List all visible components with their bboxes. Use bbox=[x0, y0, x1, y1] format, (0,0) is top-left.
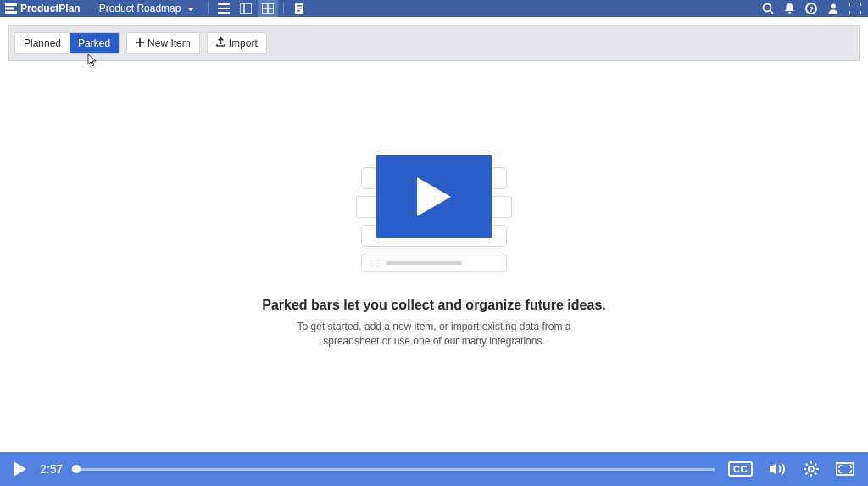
svg-rect-14 bbox=[297, 10, 300, 12]
plan-tabs: Planned Parked bbox=[14, 32, 120, 54]
import-button[interactable]: Import bbox=[207, 32, 267, 54]
svg-rect-2 bbox=[5, 11, 17, 14]
illustration-card: ⋮⋮ bbox=[361, 254, 507, 272]
board-view-button[interactable] bbox=[236, 0, 256, 17]
svg-rect-13 bbox=[297, 8, 302, 9]
header-actions: ? bbox=[762, 3, 863, 14]
fullscreen-button[interactable] bbox=[849, 3, 861, 14]
video-play-overlay[interactable] bbox=[376, 155, 492, 238]
bell-icon bbox=[784, 3, 795, 14]
svg-rect-0 bbox=[5, 3, 17, 6]
empty-state-title: Parked bars let you collect and organize… bbox=[262, 298, 605, 313]
volume-button[interactable] bbox=[770, 462, 787, 476]
svg-rect-3 bbox=[218, 3, 230, 5]
divider bbox=[208, 3, 209, 14]
project-name: Product Roadmap bbox=[99, 3, 181, 14]
svg-point-19 bbox=[831, 4, 836, 9]
table-icon bbox=[262, 3, 274, 14]
video-player-bar: 2:57 CC bbox=[0, 452, 868, 486]
video-controls-right: CC bbox=[728, 461, 854, 477]
fullscreen-icon bbox=[836, 462, 854, 476]
cc-icon: CC bbox=[728, 461, 753, 477]
plus-icon bbox=[136, 37, 144, 49]
table-view-button[interactable] bbox=[258, 0, 278, 17]
svg-rect-4 bbox=[218, 8, 230, 9]
drag-handle-icon: ⋮⋮ bbox=[367, 259, 381, 268]
search-icon bbox=[762, 3, 774, 14]
view-switcher bbox=[214, 0, 278, 17]
tab-parked[interactable]: Parked bbox=[70, 33, 119, 53]
empty-state-subtitle: To get started, add a new item, or impor… bbox=[281, 320, 587, 349]
main-content: ⋮⋮ Parked bars let you collect and organ… bbox=[0, 64, 868, 452]
document-button[interactable] bbox=[289, 0, 309, 17]
svg-text:?: ? bbox=[809, 5, 814, 14]
new-item-label: New Item bbox=[147, 37, 191, 49]
play-icon bbox=[14, 461, 26, 477]
captions-button[interactable]: CC bbox=[728, 461, 753, 477]
svg-rect-21 bbox=[837, 463, 854, 475]
empty-state-illustration: ⋮⋮ bbox=[361, 167, 507, 272]
new-item-button[interactable]: New Item bbox=[126, 32, 200, 54]
app-header: ProductPlan Product Roadmap ? bbox=[0, 0, 868, 17]
brand-name: ProductPlan bbox=[20, 3, 81, 14]
expand-icon bbox=[849, 3, 861, 14]
fullscreen-button[interactable] bbox=[836, 462, 854, 476]
svg-rect-5 bbox=[218, 12, 230, 14]
brand-icon bbox=[5, 3, 17, 14]
video-progress-bar[interactable] bbox=[76, 468, 715, 471]
chevron-down-icon bbox=[187, 3, 194, 14]
svg-rect-6 bbox=[240, 3, 252, 14]
user-icon bbox=[827, 3, 839, 14]
divider bbox=[283, 3, 284, 14]
video-progress-thumb[interactable] bbox=[72, 465, 81, 473]
video-time: 2:57 bbox=[40, 462, 63, 476]
svg-point-20 bbox=[809, 466, 814, 472]
tab-planned[interactable]: Planned bbox=[15, 33, 70, 53]
svg-rect-12 bbox=[297, 5, 302, 7]
list-view-button[interactable] bbox=[214, 0, 234, 17]
help-button[interactable]: ? bbox=[805, 3, 817, 14]
video-play-button[interactable] bbox=[14, 461, 26, 477]
project-dropdown[interactable]: Product Roadmap bbox=[91, 0, 203, 17]
svg-point-15 bbox=[764, 4, 771, 12]
gear-icon bbox=[804, 461, 819, 477]
help-icon: ? bbox=[805, 3, 817, 14]
upload-icon bbox=[216, 37, 225, 49]
board-icon bbox=[240, 3, 252, 14]
volume-icon bbox=[770, 462, 787, 476]
list-icon bbox=[218, 3, 230, 14]
settings-button[interactable] bbox=[804, 461, 819, 477]
toolbar: Planned Parked New Item Import bbox=[8, 25, 860, 61]
notifications-button[interactable] bbox=[784, 3, 795, 14]
svg-line-16 bbox=[771, 11, 774, 14]
brand[interactable]: ProductPlan bbox=[5, 3, 91, 14]
user-button[interactable] bbox=[827, 3, 839, 14]
play-icon bbox=[417, 177, 451, 216]
import-label: Import bbox=[229, 37, 258, 49]
search-button[interactable] bbox=[762, 3, 774, 14]
illustration-bar bbox=[386, 261, 462, 265]
svg-rect-1 bbox=[5, 8, 14, 10]
document-icon bbox=[294, 3, 304, 14]
